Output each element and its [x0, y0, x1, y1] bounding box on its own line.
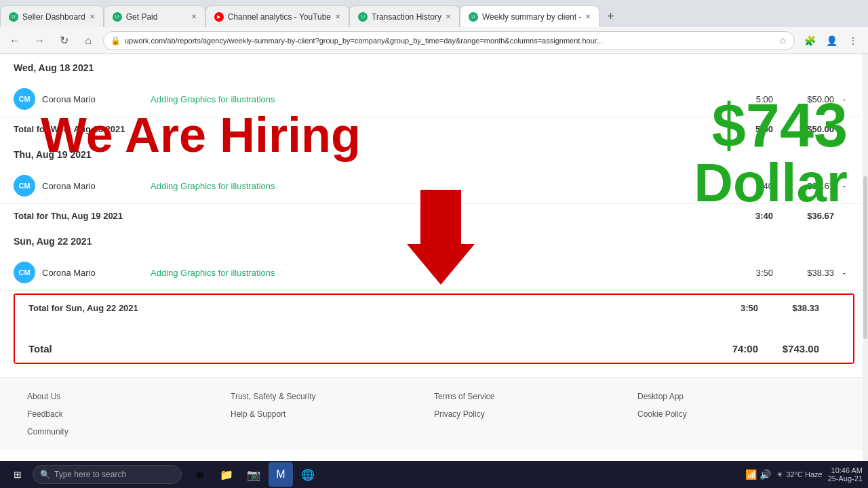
date-header-thu: Thu, Aug 19 2021: [0, 141, 868, 168]
tab-close-4[interactable]: ✕: [446, 13, 451, 20]
tab-close-1[interactable]: ✕: [90, 13, 95, 20]
tab-seller-dashboard[interactable]: U Seller Dashboard ✕: [0, 5, 104, 27]
nav-bar: ← → ↻ ⌂ 🔒 upwork.com/ab/reports/agency/w…: [0, 27, 868, 54]
tab-get-paid[interactable]: U Get Paid ✕: [104, 5, 205, 27]
date-header-wed: Wed, Aug 18 2021: [0, 54, 868, 81]
total-label-wed: Total for Wed, Aug 18 2021: [14, 124, 719, 134]
star-icon[interactable]: ☆: [778, 35, 787, 46]
avatar-cm2: CM: [14, 175, 35, 197]
lock-icon: 🔒: [111, 36, 121, 45]
amount-1: $50.00: [773, 94, 834, 104]
amount-2: $36.67: [773, 181, 834, 191]
weather-text: 32°C Haze: [786, 470, 822, 479]
scrollbar-thumb[interactable]: [863, 176, 867, 339]
report-table: Wed, Aug 18 2021 CM Corona Mario Adding …: [0, 54, 868, 364]
tab-favicon-1: U: [9, 12, 18, 22]
page-footer: About Us Feedback Community Trust, Safet…: [0, 378, 868, 450]
dash-3: -: [834, 268, 854, 278]
menu-icon[interactable]: ⋮: [844, 31, 863, 50]
tab-label-5: Weekly summary by client -: [482, 12, 581, 22]
total-hours-wed: 5:00: [719, 124, 773, 134]
content-area: Wed, Aug 18 2021 CM Corona Mario Adding …: [0, 54, 868, 461]
date-header-sun: Sun, Aug 22 2021: [0, 228, 868, 255]
weather-widget: ☀ 32°C Haze: [776, 470, 822, 479]
system-tray-icons: 📶 🔊: [745, 469, 771, 480]
taskbar-search-placeholder: Type here to search: [54, 470, 126, 479]
task-name-1: Adding Graphics for illustrations: [151, 94, 719, 104]
footer-about[interactable]: About Us: [27, 392, 231, 401]
table-row: CM Corona Mario Adding Graphics for illu…: [0, 168, 868, 204]
search-icon: 🔍: [40, 470, 50, 479]
grand-total-label: Total: [28, 343, 704, 354]
tab-favicon-3: ▶: [214, 12, 224, 22]
hours-2: 3:40: [719, 181, 773, 191]
total-hours-sun: 3:50: [704, 303, 758, 313]
hours-3: 3:50: [719, 268, 773, 278]
taskbar-search[interactable]: 🔍 Type here to search: [33, 465, 182, 484]
taskbar-app-icons: ⊕ 📁 📷 M 🌐: [187, 462, 320, 487]
taskbar-app-camera[interactable]: 📷: [241, 462, 266, 487]
amount-3: $38.33: [773, 268, 834, 278]
tab-close-2[interactable]: ✕: [191, 13, 197, 20]
address-bar[interactable]: 🔒 upwork.com/ab/reports/agency/weekly-su…: [103, 31, 795, 50]
avatar-cm1: CM: [14, 88, 35, 110]
taskbar-app-files[interactable]: 📁: [214, 462, 239, 487]
table-row: CM Corona Mario Adding Graphics for illu…: [0, 255, 868, 291]
footer-help[interactable]: Help & Support: [231, 409, 434, 419]
person-name-2: Corona Mario: [42, 181, 151, 191]
back-button[interactable]: ←: [5, 31, 24, 50]
tab-youtube[interactable]: ▶ Channel analytics - YouTube ✕: [205, 5, 349, 27]
grand-total-row: Total 74:00 $743.00: [15, 335, 853, 363]
highlight-box: Total for Sun, Aug 22 2021 3:50 $38.33 T…: [14, 293, 854, 364]
tab-close-5[interactable]: ✕: [585, 13, 591, 20]
grand-total-hours: 74:00: [704, 343, 758, 354]
address-text: upwork.com/ab/reports/agency/weekly-summ…: [125, 37, 774, 45]
person-name-3: Corona Mario: [42, 268, 151, 278]
footer-desktop[interactable]: Desktop App: [637, 392, 841, 401]
taskbar-app-chrome[interactable]: 🌐: [296, 462, 320, 487]
table-row: CM Corona Mario Adding Graphics for illu…: [0, 81, 868, 117]
new-tab-button[interactable]: +: [599, 5, 621, 27]
grand-total-amount: $743.00: [758, 343, 819, 354]
home-button[interactable]: ⌂: [79, 31, 98, 50]
dash-1: -: [834, 94, 854, 104]
network-icon: 📶: [745, 469, 757, 480]
total-amount-thu: $36.67: [773, 211, 834, 221]
start-button[interactable]: ⊞: [5, 464, 30, 485]
volume-icon: 🔊: [760, 469, 771, 480]
footer-cookie[interactable]: Cookie Policy: [637, 409, 841, 419]
nav-icons: 🧩 👤 ⋮: [800, 31, 863, 50]
footer-privacy[interactable]: Privacy Policy: [434, 409, 637, 419]
tab-favicon-2: U: [113, 12, 122, 22]
tab-label-4: Transaction History: [372, 12, 441, 22]
footer-community[interactable]: Community: [27, 427, 231, 436]
task-name-3: Adding Graphics for illustrations: [151, 268, 719, 278]
footer-col-4: Desktop App Cookie Policy: [637, 392, 841, 436]
task-name-2: Adding Graphics for illustrations: [151, 181, 719, 191]
extensions-icon[interactable]: 🧩: [800, 31, 819, 50]
time-display: 10:46 AM: [828, 466, 863, 474]
forward-button[interactable]: →: [30, 31, 49, 50]
total-hours-thu: 3:40: [719, 211, 773, 221]
tab-weekly-summary[interactable]: U Weekly summary by client - ✕: [460, 5, 599, 27]
total-label-sun: Total for Sun, Aug 22 2021: [28, 303, 704, 313]
profile-icon[interactable]: 👤: [822, 31, 841, 50]
tab-label-1: Seller Dashboard: [22, 12, 85, 22]
tab-close-3[interactable]: ✕: [335, 13, 340, 20]
clock-widget: 10:46 AM 25-Aug-21: [828, 466, 863, 483]
footer-col-2: Trust, Safety & Security Help & Support: [231, 392, 434, 436]
tab-transaction[interactable]: U Transaction History ✕: [349, 5, 460, 27]
tab-favicon-4: U: [358, 12, 368, 22]
total-row-thu: Total for Thu, Aug 19 2021 3:40 $36.67: [0, 204, 868, 228]
total-amount-wed: $50.00: [773, 124, 834, 134]
date-display: 25-Aug-21: [828, 474, 863, 483]
refresh-button[interactable]: ↻: [54, 31, 73, 50]
taskbar-app-cortana[interactable]: ⊕: [187, 462, 212, 487]
footer-feedback[interactable]: Feedback: [27, 409, 231, 419]
tab-label-3: Channel analytics - YouTube: [228, 12, 331, 22]
dash-2: -: [834, 181, 854, 191]
footer-terms[interactable]: Terms of Service: [434, 392, 637, 401]
tab-label-2: Get Paid: [126, 12, 187, 22]
taskbar-app-meet[interactable]: M: [269, 462, 293, 487]
footer-trust[interactable]: Trust, Safety & Security: [231, 392, 434, 401]
